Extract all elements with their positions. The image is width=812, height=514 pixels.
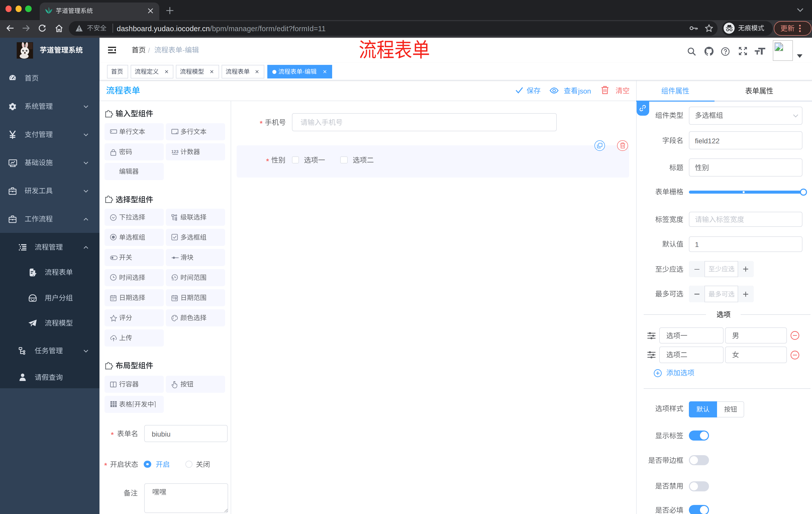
svg-text:123: 123 <box>171 149 178 154</box>
